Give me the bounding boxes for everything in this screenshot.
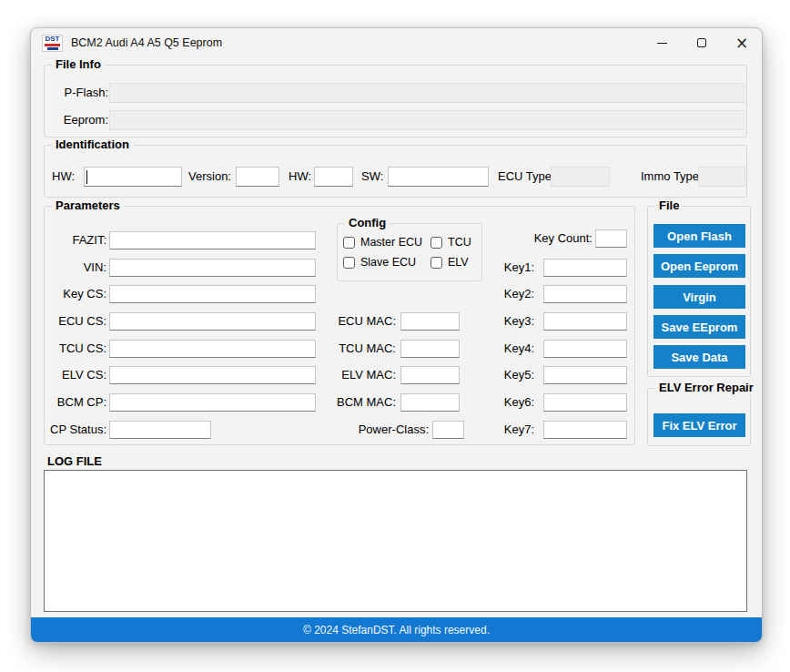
checkbox-label: TCU (448, 236, 471, 249)
ecu-mac-label: ECU MAC: (321, 312, 396, 331)
key-count-field[interactable] (595, 229, 627, 248)
open-eeprom-button[interactable]: Open Eeprom (653, 254, 745, 278)
config-title: Config (345, 216, 390, 229)
ecu-type-field (551, 167, 610, 187)
checkbox-icon (430, 237, 442, 249)
key7-label: Key7: (494, 421, 534, 439)
virgin-button[interactable]: Virgin (653, 285, 745, 309)
bcm-mac-field[interactable] (400, 393, 460, 412)
checkbox-slave-ecu[interactable]: Slave ECU (343, 256, 416, 269)
bcm-mac-label: BCM MAC: (321, 393, 396, 412)
app-window: DST BCM2 Audi A4 A5 Q5 Eeprom × File Inf… (30, 27, 763, 643)
checkbox-label: ELV (448, 256, 469, 269)
save-data-button[interactable]: Save Data (653, 345, 745, 369)
tcu-cs-field[interactable] (109, 340, 316, 358)
checkbox-tcu[interactable]: TCU (430, 236, 471, 249)
file-info-title: File Info (52, 57, 105, 71)
open-flash-button[interactable]: Open Flash (653, 224, 745, 248)
hw-label: HW: (52, 167, 75, 187)
fazit-label: FAZIT: (46, 231, 106, 249)
vin-field[interactable] (109, 259, 316, 277)
version-field[interactable] (236, 167, 279, 187)
key5-label: Key5: (494, 366, 534, 384)
power-class-label: Power-Class: (341, 421, 429, 439)
p-flash-label: P-Flash: (50, 83, 108, 103)
key-cs-field[interactable] (109, 285, 316, 303)
key6-field[interactable] (543, 393, 627, 412)
ecu-type-label: ECU Type: (498, 167, 555, 187)
key2-field[interactable] (543, 285, 627, 303)
save-eeprom-button[interactable]: Save EEprom (653, 315, 745, 339)
cp-status-label: CP Status: (46, 421, 106, 439)
tcu-cs-label: TCU CS: (46, 340, 106, 358)
p-flash-field (109, 83, 744, 103)
identification-title: Identification (52, 137, 133, 151)
log-file-textarea[interactable] (44, 470, 747, 612)
eeprom-field (109, 110, 744, 130)
key7-field[interactable] (543, 421, 627, 439)
checkbox-icon (343, 257, 355, 269)
checkbox-icon (430, 257, 442, 269)
parameters-title: Parameters (52, 199, 124, 212)
checkbox-elv[interactable]: ELV (430, 256, 469, 269)
key3-field[interactable] (543, 312, 627, 331)
text-caret (86, 170, 87, 184)
config-group: Config Master ECU TCU Slave ECU ELV (337, 223, 482, 281)
hw2-label: HW: (289, 167, 311, 187)
bcm-cp-field[interactable] (109, 393, 316, 412)
parameters-group: Parameters FAZIT: VIN: Key CS: ECU CS: T… (44, 206, 635, 445)
file-actions-title: File (655, 199, 683, 212)
sw-label: SW: (361, 167, 383, 187)
key4-field[interactable] (543, 340, 627, 358)
checkbox-label: Master ECU (360, 236, 422, 249)
key3-label: Key3: (494, 312, 534, 331)
app-logo-text: DST (46, 36, 60, 43)
elv-cs-label: ELV CS: (46, 366, 106, 384)
elv-repair-title: ELV Error Repair (655, 381, 757, 394)
vin-label: VIN: (46, 259, 106, 277)
key2-label: Key2: (494, 285, 534, 303)
app-logo-icon: DST (42, 35, 63, 52)
ecu-mac-field[interactable] (400, 312, 460, 331)
ecu-cs-label: ECU CS: (46, 312, 106, 331)
minimize-icon (657, 43, 667, 44)
window-title: BCM2 Audi A4 A5 Q5 Eeprom (71, 36, 642, 49)
immo-type-label: Immo Type: (641, 167, 703, 187)
checkbox-icon (343, 237, 355, 249)
sw-field[interactable] (388, 167, 489, 187)
identification-group: Identification HW: Version: HW: SW: ECU … (44, 145, 747, 198)
file-info-group: File Info P-Flash: Eeprom: (44, 65, 747, 137)
titlebar[interactable]: DST BCM2 Audi A4 A5 Q5 Eeprom × (31, 28, 762, 57)
key1-label: Key1: (494, 259, 534, 277)
tcu-mac-label: TCU MAC: (321, 340, 396, 358)
minimize-button[interactable] (642, 28, 682, 57)
checkbox-label: Slave ECU (360, 256, 416, 269)
fix-elv-error-button[interactable]: Fix ELV Error (653, 413, 745, 437)
version-label: Version: (188, 167, 231, 187)
hw2-field[interactable] (314, 167, 353, 187)
maximize-button[interactable] (682, 28, 722, 57)
checkbox-master-ecu[interactable]: Master ECU (343, 236, 422, 249)
maximize-icon (697, 38, 706, 47)
footer-bar: © 2024 StefanDST. All rights reserved. (31, 617, 762, 642)
copyright-text: © 2024 StefanDST. All rights reserved. (303, 624, 490, 636)
log-file-title: LOG FILE (47, 454, 102, 468)
window-controls: × (642, 28, 762, 57)
key-count-label: Key Count: (525, 229, 592, 248)
key5-field[interactable] (543, 366, 627, 384)
elv-cs-field[interactable] (109, 366, 316, 384)
close-icon: × (735, 36, 748, 51)
tcu-mac-field[interactable] (400, 340, 460, 358)
ecu-cs-field[interactable] (109, 312, 316, 331)
elv-mac-label: ELV MAC: (321, 366, 396, 384)
close-button[interactable]: × (722, 28, 762, 57)
key6-label: Key6: (494, 393, 534, 412)
fazit-field[interactable] (109, 231, 316, 249)
hw-field[interactable] (84, 167, 182, 187)
key1-field[interactable] (543, 259, 627, 277)
file-actions-group: File Open Flash Open Eeprom Virgin Save … (647, 206, 751, 377)
elv-mac-field[interactable] (400, 366, 460, 384)
cp-status-field[interactable] (109, 421, 211, 439)
power-class-field[interactable] (432, 421, 464, 439)
key-cs-label: Key CS: (46, 285, 106, 303)
